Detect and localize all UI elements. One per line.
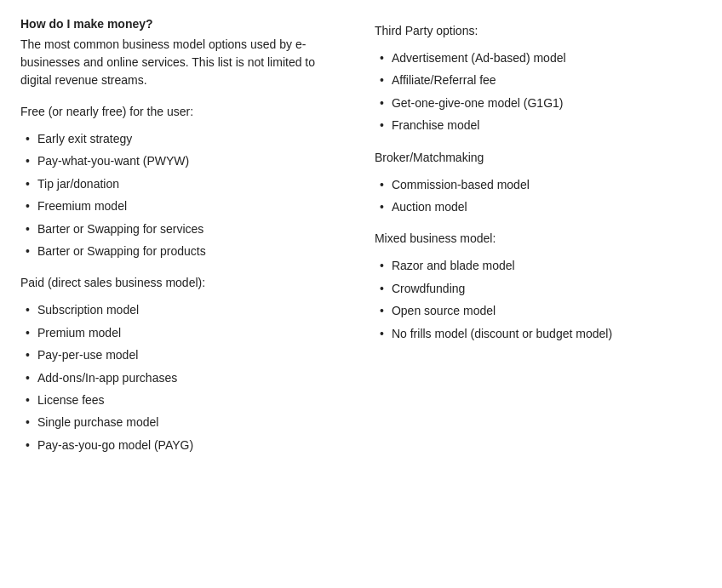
list-item: Tip jar/donation (20, 174, 349, 193)
list-item: Barter or Swapping for services (20, 220, 349, 238)
list-item: Subscription model (20, 300, 349, 319)
free-list: Early exit strategyPay-what-you-want (PW… (20, 129, 349, 260)
list-item: Early exit strategy (20, 129, 349, 148)
broker-list: Commission-based modelAuction model (375, 175, 702, 217)
mixed-section: Mixed business model: Razor and blade mo… (375, 230, 702, 343)
list-item: Pay-what-you-want (PWYW) (20, 151, 349, 170)
broker-section: Broker/Matchmaking Commission-based mode… (375, 149, 702, 217)
list-item: No frills model (discount or budget mode… (375, 324, 702, 343)
list-item: Advertisement (Ad-based) model (375, 49, 702, 67)
right-column: Third Party options: Advertisement (Ad-b… (366, 17, 702, 468)
paid-section-title: Paid (direct sales business model): (20, 274, 349, 292)
mixed-list: Razor and blade modelCrowdfundingOpen so… (375, 256, 702, 343)
broker-title: Broker/Matchmaking (375, 149, 702, 167)
list-item: Get-one-give-one model (G1G1) (375, 94, 702, 112)
third-party-list: Advertisement (Ad-based) modelAffiliate/… (375, 49, 702, 135)
list-item: Barter or Swapping for products (20, 242, 349, 260)
list-item: Add-ons/In-app purchases (20, 368, 349, 387)
left-column: How do I make money? The most common bus… (20, 17, 366, 468)
list-item: Affiliate/Referral fee (375, 71, 702, 89)
list-item: Franchise model (375, 116, 702, 134)
third-party-title: Third Party options: (375, 22, 702, 40)
paid-section: Paid (direct sales business model): Subs… (20, 274, 349, 454)
list-item: Auction model (375, 197, 702, 216)
intro-text: The most common business model options u… (20, 36, 349, 89)
list-item: Pay-per-use model (20, 345, 349, 364)
list-item: Single purchase model (20, 413, 349, 431)
free-section: Free (or nearly free) for the user: Earl… (20, 103, 349, 260)
list-item: Pay-as-you-go model (PAYG) (20, 436, 349, 454)
main-heading: How do I make money? (20, 17, 349, 31)
free-section-title: Free (or nearly free) for the user: (20, 103, 349, 121)
list-item: Crowdfunding (375, 279, 702, 298)
mixed-title: Mixed business model: (375, 230, 702, 248)
third-party-section: Third Party options: Advertisement (Ad-b… (375, 22, 702, 135)
list-item: Razor and blade model (375, 256, 702, 275)
list-item: License fees (20, 391, 349, 409)
list-item: Freemium model (20, 197, 349, 215)
paid-list: Subscription modelPremium modelPay-per-u… (20, 300, 349, 454)
main-layout: How do I make money? The most common bus… (20, 17, 702, 468)
list-item: Commission-based model (375, 175, 702, 194)
list-item: Open source model (375, 301, 702, 320)
list-item: Premium model (20, 323, 349, 342)
